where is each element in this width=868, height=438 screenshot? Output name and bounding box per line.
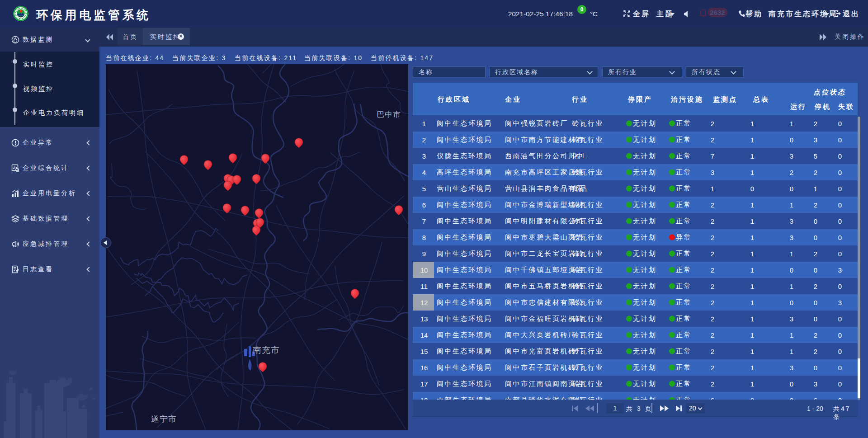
svg-text:遂宁市: 遂宁市 [151, 414, 177, 424]
